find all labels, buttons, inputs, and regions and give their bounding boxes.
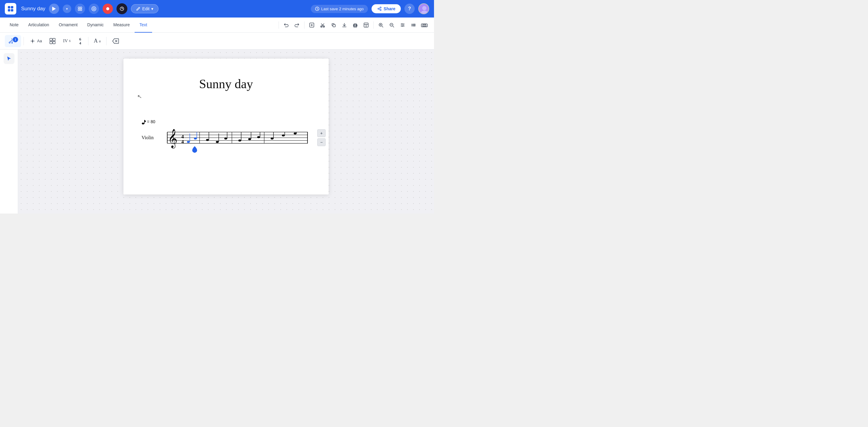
svg-text:4: 4: [181, 139, 184, 145]
svg-rect-31: [403, 25, 404, 25]
svg-rect-3: [11, 9, 13, 11]
svg-rect-35: [424, 24, 425, 25]
select-tool[interactable]: [4, 53, 14, 64]
staff-svg: 𝄞 4 4: [156, 126, 311, 150]
edit-button[interactable]: Edit ▾: [131, 4, 158, 13]
notation-tool-button[interactable]: [75, 4, 85, 14]
tab-dynamic[interactable]: Dynamic: [83, 18, 108, 33]
svg-rect-2: [8, 9, 10, 11]
app-logo[interactable]: [5, 3, 16, 14]
divider: [279, 22, 279, 29]
svg-point-16: [380, 9, 381, 10]
print-button[interactable]: [350, 20, 360, 30]
measure-controls: + −: [317, 129, 326, 146]
zoom-in-button[interactable]: [376, 20, 386, 30]
tab-text[interactable]: Text: [134, 18, 152, 33]
keyboard-button[interactable]: [420, 20, 429, 30]
roman-numeral-tool[interactable]: IV6: [60, 35, 74, 47]
sheet-title: Sunny day: [123, 59, 329, 91]
svg-rect-5: [78, 7, 80, 8]
backspace-tool[interactable]: [109, 35, 122, 47]
menu-tabs: Note Articulation Ornament Dynamic Measu…: [5, 18, 152, 33]
svg-point-43: [142, 123, 144, 124]
svg-rect-39: [50, 38, 52, 41]
cut-button[interactable]: [318, 20, 328, 30]
tab-note[interactable]: Note: [5, 18, 24, 33]
staff-button[interactable]: [409, 20, 418, 30]
svg-rect-30: [402, 23, 402, 24]
instrument-label: Violin: [142, 135, 154, 141]
remove-measure-button[interactable]: −: [317, 138, 326, 146]
divider: [304, 22, 305, 29]
svg-point-62: [206, 139, 209, 141]
play-dropdown[interactable]: ▾: [63, 4, 71, 13]
document-title: Sunny day: [21, 6, 45, 12]
svg-point-64: [216, 141, 218, 143]
share-button[interactable]: Share: [372, 4, 401, 13]
svg-marker-4: [52, 7, 56, 11]
svg-rect-32: [402, 26, 403, 27]
staff-container: Violin: [142, 126, 311, 150]
svg-point-66: [224, 138, 227, 140]
tab-articulation[interactable]: Articulation: [24, 18, 54, 33]
svg-point-78: [294, 132, 297, 135]
svg-rect-40: [53, 38, 55, 41]
layout-button[interactable]: [361, 20, 371, 30]
svg-point-72: [257, 136, 260, 138]
audio-tool-button[interactable]: [89, 4, 99, 14]
svg-point-68: [239, 140, 241, 142]
svg-point-11: [106, 7, 109, 10]
svg-point-70: [248, 138, 251, 140]
svg-rect-23: [333, 25, 335, 27]
text-format-tool[interactable]: Aa: [91, 35, 104, 47]
divider: [106, 37, 106, 45]
svg-rect-8: [80, 9, 82, 10]
toolbar-right-actions: [277, 20, 429, 30]
music-area: = 80 Violin: [142, 119, 311, 150]
svg-point-76: [282, 134, 285, 136]
download-button[interactable]: [340, 20, 349, 30]
note-info-tool[interactable]: i: [5, 35, 21, 47]
redo-button[interactable]: [292, 20, 302, 30]
top-bar: Sunny day ▾ Edit ▾: [0, 0, 434, 18]
svg-point-37: [11, 42, 13, 43]
svg-rect-7: [78, 9, 80, 10]
svg-point-74: [271, 138, 273, 140]
svg-point-58: [187, 141, 189, 143]
divider: [24, 37, 24, 45]
svg-rect-36: [425, 24, 426, 25]
svg-rect-6: [80, 7, 82, 8]
menu-toolbar: Note Articulation Ornament Dynamic Measu…: [0, 18, 434, 33]
svg-point-15: [380, 7, 381, 8]
svg-point-14: [378, 8, 379, 9]
svg-point-26: [356, 25, 357, 26]
tempo-marking: = 80: [142, 119, 311, 124]
tab-ornament[interactable]: Ornament: [54, 18, 83, 33]
zoom-out-button[interactable]: [387, 20, 397, 30]
add-measure-button[interactable]: [307, 20, 317, 30]
tab-measure[interactable]: Measure: [108, 18, 134, 33]
svg-rect-1: [11, 6, 13, 8]
undo-button[interactable]: [281, 20, 291, 30]
mixer-button[interactable]: [117, 3, 127, 14]
svg-rect-34: [423, 24, 424, 25]
time-signature-tool[interactable]: 6 4: [75, 35, 86, 47]
save-indicator: Last save 2 minutes ago: [311, 5, 368, 13]
svg-point-18: [422, 6, 427, 10]
copy-button[interactable]: [329, 20, 338, 30]
play-button[interactable]: [49, 4, 59, 14]
svg-rect-41: [50, 41, 52, 44]
canvas-area[interactable]: Sunny day = 80 Violin: [18, 50, 434, 214]
user-avatar[interactable]: [418, 3, 429, 14]
svg-text:𝄞: 𝄞: [168, 129, 178, 149]
text-style-tool[interactable]: Aa: [26, 35, 45, 47]
top-bar-right: Last save 2 minutes ago Share ?: [311, 3, 429, 14]
text-subtoolbar: i Aa IV6 6 4 Aa: [0, 33, 434, 50]
grid-tool[interactable]: [46, 35, 59, 47]
sheet-page: Sunny day = 80 Violin: [123, 59, 329, 194]
record-button[interactable]: [103, 4, 113, 14]
add-measure-button[interactable]: +: [317, 129, 326, 137]
blue-cursor: [192, 146, 197, 154]
help-button[interactable]: ?: [404, 4, 415, 14]
equalizer-button[interactable]: [398, 20, 407, 30]
